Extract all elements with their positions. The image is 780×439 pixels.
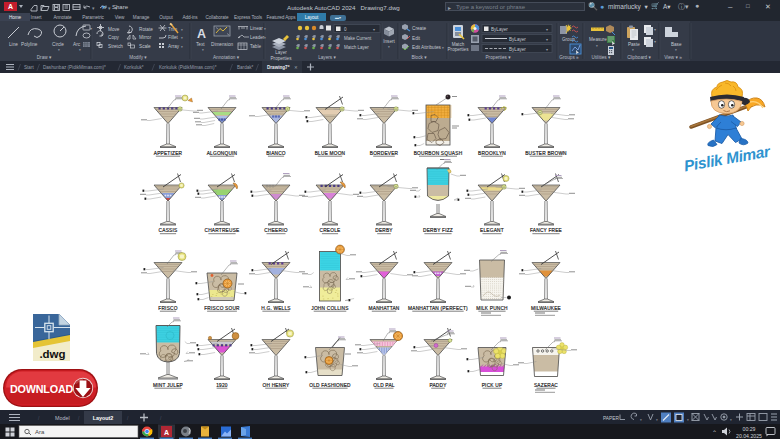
svg-text:▾: ▾ — [264, 36, 266, 40]
svg-text:BORDEVER: BORDEVER — [370, 151, 399, 156]
svg-text:▾: ▾ — [264, 27, 266, 31]
svg-text:OLD FASHIONED: OLD FASHIONED — [309, 383, 351, 388]
svg-text:Move: Move — [108, 27, 120, 32]
svg-text:Properties ▾: Properties ▾ — [485, 55, 511, 60]
svg-text:▾: ▾ — [546, 27, 548, 32]
svg-text:Layers ▾: Layers ▾ — [318, 55, 336, 60]
svg-text:FANCY FREE: FANCY FREE — [530, 228, 562, 233]
svg-text:Modify ▾: Modify ▾ — [129, 55, 147, 60]
svg-text:00:29: 00:29 — [743, 426, 756, 432]
svg-text:Groups »: Groups » — [559, 55, 579, 60]
svg-text:DOWNLOAD: DOWNLOAD — [10, 383, 74, 395]
svg-text:▾: ▾ — [632, 48, 634, 52]
svg-text:▾: ▾ — [181, 36, 183, 40]
svg-text:Base: Base — [671, 42, 682, 47]
svg-text:ELEGANT: ELEGANT — [480, 228, 504, 233]
svg-text:▾: ▾ — [79, 48, 81, 52]
svg-text:View ▾ »: View ▾ » — [664, 55, 682, 60]
svg-text:BOURBON SQUASH: BOURBON SQUASH — [414, 151, 463, 156]
svg-text:MILWAUKEE: MILWAUKEE — [531, 306, 561, 311]
svg-text:ByLayer: ByLayer — [509, 37, 526, 42]
svg-text:OLD PAL: OLD PAL — [373, 383, 394, 388]
svg-text:Measure: Measure — [589, 37, 607, 42]
svg-text:Create: Create — [412, 26, 426, 31]
svg-text:Make Current: Make Current — [344, 36, 372, 41]
svg-text:20.04.2025: 20.04.2025 — [736, 433, 762, 439]
svg-text:Group: Group — [562, 37, 575, 42]
svg-text:MINT JULEP: MINT JULEP — [153, 383, 183, 388]
svg-text:▾: ▾ — [373, 27, 375, 32]
svg-text:ByLayer: ByLayer — [491, 27, 508, 32]
svg-text:CHARTREUSE: CHARTREUSE — [205, 228, 240, 233]
svg-text:Linear: Linear — [250, 26, 263, 31]
svg-text:Draw ▾: Draw ▾ — [37, 55, 52, 60]
svg-text:PAPER: PAPER — [603, 416, 619, 421]
svg-text:A: A — [164, 429, 169, 436]
svg-text:Arc: Arc — [73, 42, 81, 47]
svg-text:MILK PUNCH: MILK PUNCH — [476, 306, 508, 311]
svg-text:▾: ▾ — [596, 44, 598, 48]
svg-text:Properties: Properties — [271, 56, 293, 61]
svg-text:Circle: Circle — [52, 42, 64, 47]
svg-text:MANHATTAN: MANHATTAN — [369, 306, 400, 311]
svg-text:▾: ▾ — [654, 27, 656, 32]
svg-text:Drawing7*: Drawing7* — [267, 65, 290, 70]
svg-text:Text: Text — [196, 42, 205, 47]
svg-text:Utilities ▾: Utilities ▾ — [592, 55, 611, 60]
svg-text:OH HENRY: OH HENRY — [263, 383, 290, 388]
svg-text:Dashunbaz (PidikMimas.com)*: Dashunbaz (PidikMimas.com)* — [43, 65, 106, 70]
svg-text:Properties: Properties — [448, 47, 470, 52]
svg-text:▾: ▾ — [108, 5, 111, 11]
svg-text:1920: 1920 — [216, 383, 228, 388]
svg-text:▾: ▾ — [675, 48, 677, 52]
svg-text:▾: ▾ — [181, 28, 183, 32]
svg-text:▾: ▾ — [546, 47, 548, 52]
svg-text:Table: Table — [250, 44, 261, 49]
svg-text:BUSTER BROWN: BUSTER BROWN — [525, 151, 567, 156]
svg-text:A: A — [197, 27, 206, 41]
svg-text:Fillet: Fillet — [168, 35, 179, 40]
svg-text:Leader: Leader — [250, 35, 265, 40]
svg-text:APPETIZER: APPETIZER — [154, 151, 183, 156]
svg-text:▾: ▾ — [656, 418, 658, 422]
svg-text:Korkuluk (PidikMimas.com)*: Korkuluk (PidikMimas.com)* — [159, 65, 217, 70]
svg-text:Match: Match — [452, 42, 465, 47]
svg-text:CREOLE: CREOLE — [320, 228, 341, 233]
svg-text:BIANCO: BIANCO — [266, 151, 286, 156]
svg-text:▾: ▾ — [388, 45, 390, 49]
svg-text:H.G. WELLS: H.G. WELLS — [261, 306, 290, 311]
svg-text:Match Layer: Match Layer — [344, 45, 369, 50]
svg-text:Block ▾: Block ▾ — [411, 55, 427, 60]
svg-text:MANHATTAN (PERFECT): MANHATTAN (PERFECT) — [408, 306, 468, 311]
svg-text:⌃: ⌃ — [712, 430, 717, 436]
svg-text:▾: ▾ — [640, 418, 642, 422]
svg-text:PADDY: PADDY — [429, 383, 447, 388]
svg-text:Edit: Edit — [412, 36, 421, 41]
svg-text:Scale: Scale — [139, 44, 151, 49]
svg-text:Stretch: Stretch — [108, 44, 123, 49]
svg-text:Ara: Ara — [35, 429, 45, 435]
svg-text:Pislik Mimar: Pislik Mimar — [682, 142, 772, 174]
svg-text:Bardak*: Bardak* — [237, 65, 254, 70]
svg-text:Insert: Insert — [383, 39, 395, 44]
svg-text:Start: Start — [24, 65, 34, 70]
svg-text:DERBY FIZZ: DERBY FIZZ — [423, 228, 453, 233]
svg-text:▾: ▾ — [442, 46, 444, 50]
svg-text:Layer: Layer — [275, 50, 287, 55]
svg-text:0: 0 — [344, 27, 347, 32]
svg-text:▾: ▾ — [90, 26, 92, 31]
svg-text:Korkuluk*: Korkuluk* — [124, 65, 144, 70]
svg-text:▾: ▾ — [654, 39, 656, 44]
svg-text:Copy: Copy — [108, 35, 120, 40]
svg-text:Polyline: Polyline — [21, 42, 38, 47]
svg-text:Layout2: Layout2 — [93, 415, 114, 421]
svg-text:▾: ▾ — [92, 5, 95, 11]
svg-text:Rotate: Rotate — [139, 27, 153, 32]
svg-text:.dwg: .dwg — [39, 348, 65, 360]
svg-text:▾: ▾ — [546, 37, 548, 42]
svg-text:ByLayer: ByLayer — [509, 47, 526, 52]
svg-text:FRISCO SOUR: FRISCO SOUR — [204, 306, 240, 311]
svg-text:ALGONQUIN: ALGONQUIN — [207, 151, 238, 156]
svg-text:▾: ▾ — [181, 45, 183, 49]
svg-text:BLUE MOON: BLUE MOON — [315, 151, 346, 156]
